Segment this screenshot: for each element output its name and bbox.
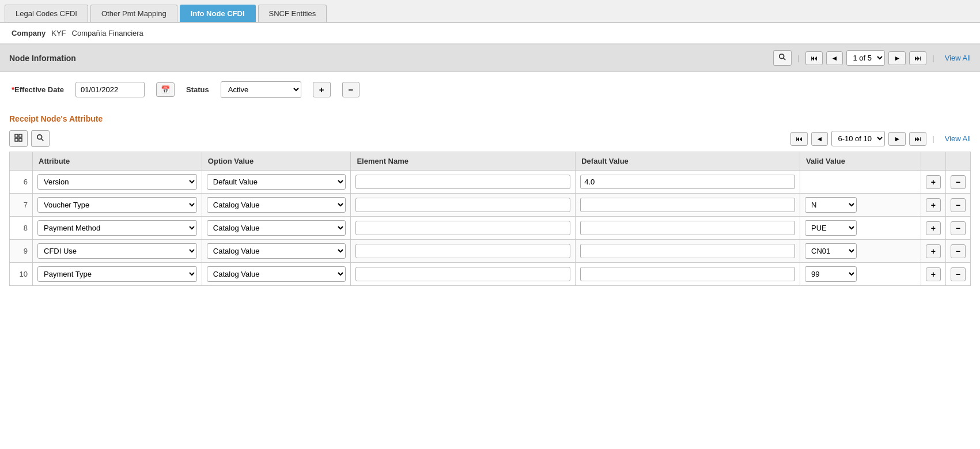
sub-search-button[interactable] [31, 130, 50, 147]
row-remove-button[interactable]: − [951, 244, 966, 258]
add-row-button[interactable]: + [313, 82, 331, 97]
row-add-button[interactable]: + [926, 244, 941, 258]
tab-legal-codes[interactable]: Legal Codes CFDI [5, 5, 88, 22]
company-name: Compañía Financiera [72, 29, 143, 37]
option-value-select[interactable]: Default ValueCatalog Value [207, 197, 346, 213]
remove-cell: − [945, 217, 970, 240]
option-value-select[interactable]: Default ValueCatalog Value [207, 243, 346, 259]
row-add-button[interactable]: + [926, 267, 941, 281]
option-value-cell: Default ValueCatalog Value [202, 171, 351, 194]
col-valid-value: Valid Value [800, 152, 921, 171]
valid-value-cell: CN01G01G02G03 [800, 240, 921, 263]
row-remove-button[interactable]: − [951, 221, 966, 235]
prev-page-button[interactable]: ◄ [826, 51, 843, 65]
node-info-nav: | ⏮ ◄ 1 of 5 2 of 5 3 of 5 4 of 5 5 of 5… [773, 50, 971, 66]
row-number: 7 [10, 194, 33, 217]
row-add-button[interactable]: + [926, 175, 941, 189]
default-value-input[interactable] [580, 244, 795, 258]
view-all-link[interactable]: View All [940, 54, 971, 62]
col-element-name: Element Name [351, 152, 576, 171]
col-num [10, 152, 33, 171]
attribute-table: Attribute Option Value Element Name Defa… [9, 152, 971, 286]
default-value-cell [576, 263, 800, 286]
search-button[interactable] [773, 50, 792, 66]
add-cell: + [921, 240, 945, 263]
sub-last-page-button[interactable]: ⏭ [909, 132, 926, 146]
row-remove-button[interactable]: − [951, 198, 966, 212]
row-add-button[interactable]: + [926, 221, 941, 235]
svg-rect-3 [19, 134, 22, 137]
add-cell: + [921, 194, 945, 217]
divider2: | [930, 54, 936, 62]
row-remove-button[interactable]: − [951, 267, 966, 281]
valid-value-select[interactable]: 99010203 [805, 266, 857, 282]
table-row: 9VersionVoucher TypePayment MethodCFDI U… [10, 240, 971, 263]
attribute-select[interactable]: VersionVoucher TypePayment MethodCFDI Us… [37, 174, 197, 190]
attribute-select[interactable]: VersionVoucher TypePayment MethodCFDI Us… [37, 220, 197, 236]
element-name-input[interactable] [355, 244, 570, 258]
attribute-select[interactable]: VersionVoucher TypePayment MethodCFDI Us… [37, 266, 197, 282]
next-page-button[interactable]: ► [888, 51, 906, 65]
grid-icon-button[interactable] [9, 130, 28, 147]
option-value-select[interactable]: Default ValueCatalog Value [207, 266, 346, 282]
last-page-button[interactable]: ⏭ [909, 51, 926, 65]
default-value-cell [576, 240, 800, 263]
default-value-input[interactable] [580, 267, 795, 281]
effective-date-input[interactable] [75, 82, 145, 97]
row-remove-button[interactable]: − [951, 175, 966, 189]
svg-point-0 [780, 54, 784, 59]
tab-info-node[interactable]: Info Node CFDI [180, 5, 256, 22]
svg-rect-4 [15, 138, 18, 141]
sub-first-page-button[interactable]: ⏮ [790, 132, 808, 146]
valid-value-cell: 99010203 [800, 263, 921, 286]
status-label: Status [186, 85, 209, 94]
svg-line-1 [784, 58, 786, 61]
add-cell: + [921, 217, 945, 240]
element-name-cell [351, 194, 576, 217]
option-value-select[interactable]: Default ValueCatalog Value [207, 220, 346, 236]
default-value-input[interactable] [580, 221, 795, 235]
element-name-input[interactable] [355, 175, 570, 189]
element-name-cell [351, 240, 576, 263]
valid-value-select[interactable]: NIEPT [805, 197, 857, 213]
default-value-input[interactable] [580, 198, 795, 212]
element-name-input[interactable] [355, 221, 570, 235]
sub-prev-page-button[interactable]: ◄ [811, 132, 828, 146]
sub-next-page-button[interactable]: ► [888, 132, 906, 146]
attribute-select[interactable]: VersionVoucher TypePayment MethodCFDI Us… [37, 243, 197, 259]
first-page-button[interactable]: ⏮ [805, 51, 823, 65]
element-name-cell [351, 171, 576, 194]
status-select[interactable]: Active Inactive [221, 81, 301, 98]
attribute-cell: VersionVoucher TypePayment MethodCFDI Us… [33, 217, 202, 240]
tab-sncf[interactable]: SNCF Entities [258, 5, 327, 22]
element-name-input[interactable] [355, 267, 570, 281]
valid-value-select[interactable]: CN01G01G02G03 [805, 243, 857, 259]
row-number: 9 [10, 240, 33, 263]
svg-rect-5 [19, 138, 22, 141]
element-name-cell [351, 217, 576, 240]
option-value-select[interactable]: Default ValueCatalog Value [207, 174, 346, 190]
option-value-cell: Default ValueCatalog Value [202, 194, 351, 217]
attribute-cell: VersionVoucher TypePayment MethodCFDI Us… [33, 171, 202, 194]
sub-toolbar-right: ⏮ ◄ 6-10 of 10 1-5 of 10 ► ⏭ | View All [790, 131, 971, 146]
sub-page-selector[interactable]: 6-10 of 10 1-5 of 10 [831, 131, 885, 146]
valid-value-cell: PUEPPD [800, 217, 921, 240]
effective-date-label: *Effective Date [12, 85, 64, 94]
row-number: 6 [10, 171, 33, 194]
table-row: 10VersionVoucher TypePayment MethodCFDI … [10, 263, 971, 286]
sub-view-all-link[interactable]: View All [940, 134, 971, 143]
col-add [921, 152, 945, 171]
add-cell: + [921, 263, 945, 286]
default-value-input[interactable] [580, 175, 795, 189]
tab-other-pmt[interactable]: Other Pmt Mapping [90, 5, 177, 22]
table-row: 7VersionVoucher TypePayment MethodCFDI U… [10, 194, 971, 217]
element-name-input[interactable] [355, 198, 570, 212]
sub-divider: | [930, 134, 936, 143]
col-default-value: Default Value [576, 152, 800, 171]
remove-row-button[interactable]: − [342, 82, 360, 97]
page-selector[interactable]: 1 of 5 2 of 5 3 of 5 4 of 5 5 of 5 [846, 50, 885, 66]
calendar-button[interactable]: 📅 [156, 82, 175, 97]
valid-value-select[interactable]: PUEPPD [805, 220, 857, 236]
row-add-button[interactable]: + [926, 198, 941, 212]
attribute-select[interactable]: VersionVoucher TypePayment MethodCFDI Us… [37, 197, 197, 213]
